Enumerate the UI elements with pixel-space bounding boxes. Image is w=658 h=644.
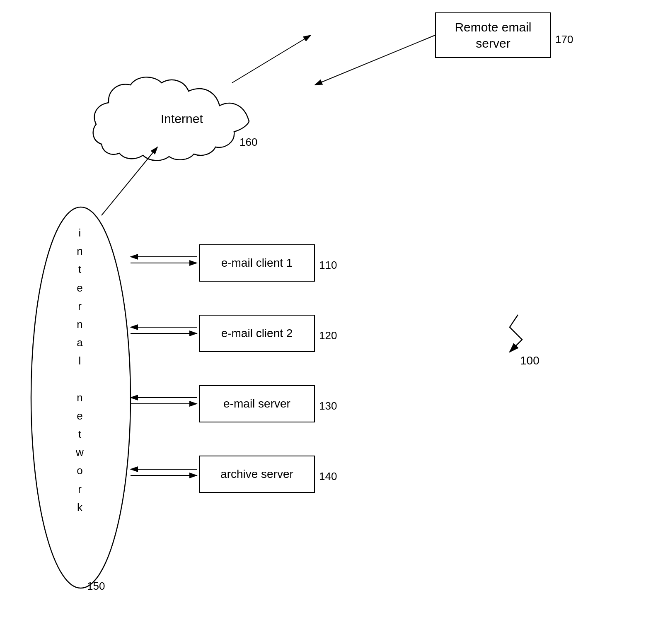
internal-network-label: internalnetwork <box>61 224 99 516</box>
remote-email-server-box: Remote email server <box>435 12 551 58</box>
ref-130-label: 130 <box>319 400 337 412</box>
internet-label: Internet <box>161 112 203 126</box>
email-server-box: e-mail server <box>199 385 315 422</box>
svg-line-2 <box>102 147 157 215</box>
ref-150-label: 150 <box>87 580 105 593</box>
email-client-2-box: e-mail client 2 <box>199 315 315 352</box>
email-client-1-box: e-mail client 1 <box>199 244 315 282</box>
ref-160-label: 160 <box>239 136 257 149</box>
ref-110-label: 110 <box>319 259 337 272</box>
archive-server-box: archive server <box>199 456 315 493</box>
svg-line-0 <box>232 35 311 83</box>
ref-140-label: 140 <box>319 470 337 483</box>
ref-120-label: 120 <box>319 329 337 342</box>
ref-170-label: 170 <box>555 33 573 46</box>
svg-line-1 <box>315 35 435 85</box>
ref-100-label: 100 <box>520 354 539 367</box>
